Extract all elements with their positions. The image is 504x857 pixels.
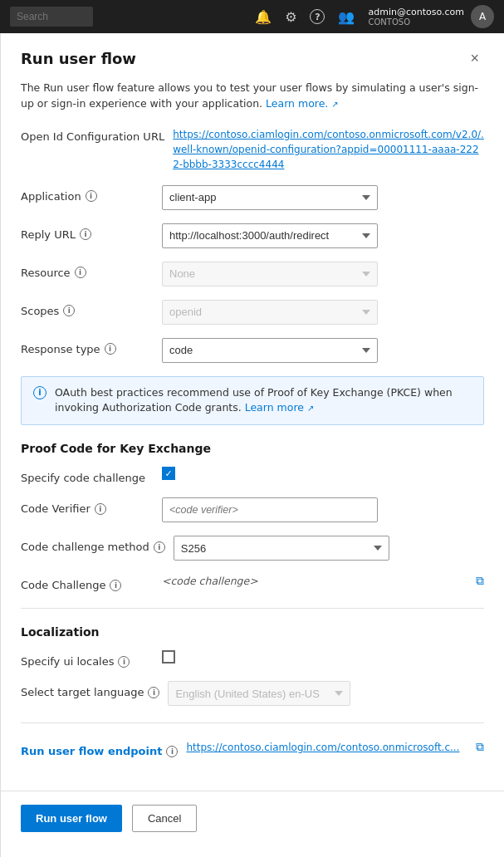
specify-code-checkbox-wrap[interactable]: ✓ [162, 467, 484, 480]
application-label: Application i [21, 185, 154, 203]
topbar: 🔔 ⚙ ? 👥 admin@contoso.com CONTOSO A [0, 0, 504, 33]
info-box-icon: i [33, 386, 46, 399]
target-language-select[interactable]: English (United States) en-US [168, 681, 350, 706]
code-verifier-input[interactable] [162, 497, 378, 522]
application-info-icon: i [86, 190, 97, 202]
avatar[interactable]: A [471, 5, 494, 28]
target-language-info-icon: i [148, 687, 159, 698]
specify-code-checkbox[interactable]: ✓ [162, 467, 175, 480]
application-row: Application i client-app [21, 185, 484, 210]
checkbox-check-icon: ✓ [164, 468, 172, 479]
application-select[interactable]: client-app [162, 185, 378, 210]
search-input[interactable] [10, 7, 93, 27]
topbar-left [10, 7, 242, 27]
pkce-section-title: Proof Code for Key Exchange [21, 442, 484, 455]
code-challenge-row: Code Challenge i <code challenge> ⧉ [21, 574, 484, 591]
code-challenge-info-icon: i [110, 580, 121, 591]
external-link-icon-2: ↗ [307, 404, 314, 413]
specify-ui-checkbox[interactable]: ✓ [162, 650, 175, 664]
scopes-row: Scopes i openid [21, 300, 484, 325]
panel-body: The Run user flow feature allows you to … [1, 81, 504, 791]
pkce-info-box: i OAuth best practices recommend use of … [21, 376, 484, 426]
specify-ui-row: Specify ui locales i ✓ [21, 650, 484, 668]
description-text: The Run user flow feature allows you to … [21, 81, 484, 112]
scopes-select[interactable]: openid [162, 300, 378, 325]
panel-title: Run user flow [21, 50, 136, 67]
reply-url-info-icon: i [80, 228, 91, 240]
user-name-block: admin@contoso.com CONTOSO [368, 7, 464, 27]
run-user-flow-panel: Run user flow × The Run user flow featur… [0, 33, 504, 857]
code-challenge-method-row: Code challenge method i S256 [21, 536, 484, 561]
code-challenge-method-label: Code challenge method i [21, 536, 165, 553]
specify-code-row: Specify code challenge ✓ [21, 467, 484, 484]
response-type-info-icon: i [105, 343, 116, 355]
reply-url-row: Reply URL i http://localhost:3000/auth/r… [21, 223, 484, 248]
code-challenge-method-info-icon: i [154, 541, 165, 553]
feedback-icon[interactable]: 👥 [338, 9, 355, 25]
scopes-info-icon: i [63, 305, 75, 316]
external-link-icon: ↗ [331, 100, 338, 109]
footer-buttons: Run user flow Cancel [1, 791, 504, 845]
code-challenge-label: Code Challenge i [21, 574, 154, 591]
divider-2 [21, 722, 484, 723]
user-info: admin@contoso.com CONTOSO A [368, 5, 494, 28]
copy-endpoint-icon[interactable]: ⧉ [476, 740, 484, 754]
help-icon[interactable]: ? [310, 9, 325, 24]
endpoint-label: Run user flow endpoint i [21, 740, 178, 757]
run-user-flow-button[interactable]: Run user flow [21, 805, 122, 832]
specify-ui-info-icon: i [118, 656, 130, 668]
reply-url-label: Reply URL i [21, 223, 154, 241]
resource-label: Resource i [21, 262, 154, 279]
code-verifier-info-icon: i [95, 503, 106, 515]
resource-select[interactable]: None [162, 262, 378, 286]
specify-code-label: Specify code challenge [21, 467, 154, 484]
resource-info-icon: i [75, 267, 86, 278]
settings-icon[interactable]: ⚙ [285, 9, 296, 25]
info-box-content: OAuth best practices recommend use of Pr… [55, 385, 472, 417]
copy-code-challenge-icon[interactable]: ⧉ [476, 574, 484, 588]
code-challenge-value: <code challenge> [162, 575, 469, 587]
learn-more-link-top[interactable]: Learn more. [266, 97, 328, 110]
close-button[interactable]: × [465, 48, 484, 69]
response-type-row: Response type i code [21, 338, 484, 363]
user-org: CONTOSO [368, 17, 464, 27]
openid-config-row: Open Id Configuration URL https://contos… [21, 127, 484, 172]
scopes-label: Scopes i [21, 300, 154, 317]
code-verifier-row: Code Verifier i [21, 497, 484, 522]
endpoint-value[interactable]: https://contoso.ciamlogin.com/contoso.on… [186, 742, 462, 753]
panel-header: Run user flow × [1, 33, 504, 81]
endpoint-info-icon: i [166, 746, 178, 757]
specify-ui-checkbox-wrap[interactable]: ✓ [162, 650, 484, 664]
target-language-row: Select target language i English (United… [21, 681, 484, 706]
target-language-label: Select target language i [21, 681, 159, 698]
response-type-label: Response type i [21, 338, 154, 355]
cancel-button[interactable]: Cancel [132, 805, 197, 832]
user-email: admin@contoso.com [368, 7, 464, 17]
specify-ui-label: Specify ui locales i [21, 650, 154, 668]
divider-1 [21, 608, 484, 609]
code-challenge-method-select[interactable]: S256 [174, 536, 389, 561]
localization-section-title: Localization [21, 625, 484, 639]
openid-config-url[interactable]: https://contoso.ciamlogin.com/contoso.on… [173, 129, 484, 170]
resource-row: Resource i None [21, 262, 484, 286]
endpoint-row: Run user flow endpoint i https://contoso… [21, 740, 484, 757]
code-verifier-label: Code Verifier i [21, 497, 154, 515]
openid-config-label: Open Id Configuration URL [21, 127, 164, 143]
response-type-select[interactable]: code [162, 338, 378, 363]
bell-icon[interactable]: 🔔 [255, 9, 272, 25]
reply-url-select[interactable]: http://localhost:3000/auth/redirect [162, 223, 378, 248]
learn-more-link-pkce[interactable]: Learn more [245, 401, 304, 414]
